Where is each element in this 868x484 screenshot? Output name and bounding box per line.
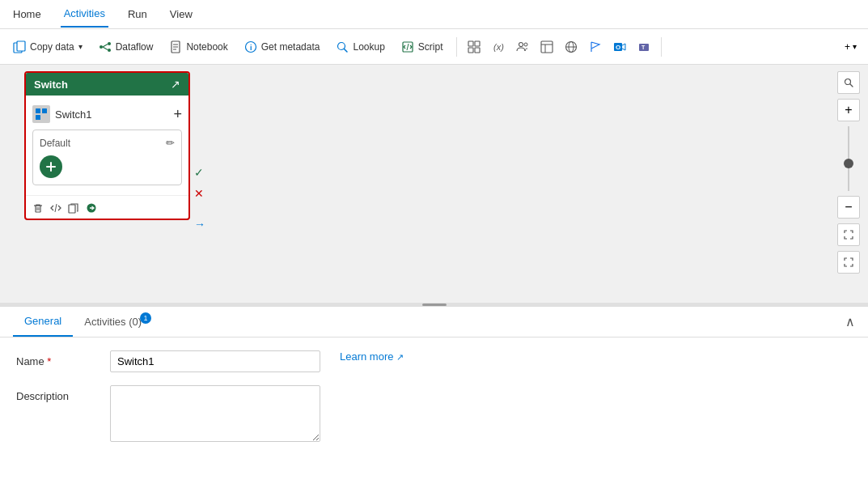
delete-switch-button[interactable]	[32, 201, 44, 214]
svg-point-4	[108, 49, 111, 52]
expand-canvas-button[interactable]	[837, 251, 860, 274]
tab-general[interactable]: General	[13, 307, 73, 337]
nav-activities[interactable]: Activities	[61, 1, 108, 28]
get-metadata-button[interactable]: i Get metadata	[238, 37, 327, 57]
panel-collapse-button[interactable]: ∧	[845, 314, 855, 329]
svg-rect-1	[17, 41, 25, 51]
name-form-row: Name Learn more ↗	[16, 350, 852, 372]
main-area: Switch ↗ Switch1	[0, 65, 868, 484]
flag-button[interactable]	[585, 37, 606, 57]
copy-data-dropdown-icon: ▾	[78, 42, 83, 51]
copy-data-label: Copy data	[30, 41, 74, 53]
description-form-row: Description	[16, 385, 852, 442]
globe-button[interactable]	[561, 37, 582, 57]
bottom-panel-content: Name Learn more ↗ Description	[0, 338, 868, 468]
default-edit-icon[interactable]: ✏	[166, 137, 175, 149]
notebook-button[interactable]: Notebook	[163, 37, 234, 57]
svg-rect-24	[541, 41, 553, 53]
more-tools-dropdown-icon: ▾	[853, 42, 857, 51]
outlook-icon: O	[613, 40, 626, 53]
default-add-activity-button[interactable]	[40, 155, 62, 178]
outlook-button[interactable]: O	[609, 37, 630, 57]
tab-activities[interactable]: Activities (0) 1	[73, 308, 153, 336]
check-action-icon[interactable]: ✓	[194, 166, 205, 179]
top-navigation: Home Activities Run View	[0, 0, 868, 29]
grid-icon	[468, 40, 481, 53]
nav-run[interactable]: Run	[125, 2, 150, 27]
get-metadata-label: Get metadata	[261, 41, 320, 53]
svg-rect-37	[42, 108, 47, 113]
more-tools-button[interactable]: + ▾	[840, 38, 862, 56]
name-input[interactable]	[110, 350, 320, 372]
svg-rect-20	[475, 48, 480, 53]
switch-name-label: Switch1	[55, 108, 168, 121]
nav-view[interactable]: View	[167, 2, 196, 27]
switch-card-header-icons: ↗	[171, 78, 180, 91]
lookup-button[interactable]: Lookup	[329, 37, 391, 57]
table-button[interactable]	[536, 37, 557, 57]
table-icon	[540, 40, 553, 53]
svg-line-14	[345, 49, 348, 52]
switch-card-title: Switch	[34, 79, 68, 91]
teams-button[interactable]: T	[633, 37, 654, 57]
toolbar: Copy data ▾ Dataflow Notebook	[0, 29, 868, 65]
zoom-thumb[interactable]	[844, 159, 853, 168]
switch-card-footer	[26, 195, 188, 219]
dataflow-button[interactable]: Dataflow	[92, 37, 160, 57]
copy-icon	[68, 202, 79, 214]
notebook-icon	[169, 40, 182, 53]
people-button[interactable]	[512, 37, 533, 57]
bottom-tabs: General Activities (0) 1 ∧	[0, 307, 868, 338]
canvas-area[interactable]: Switch ↗ Switch1	[0, 65, 868, 303]
script-button[interactable]: Script	[395, 37, 450, 57]
search-icon	[844, 78, 853, 87]
description-input[interactable]	[110, 385, 320, 442]
grid-view-button[interactable]	[464, 37, 485, 57]
svg-line-6	[103, 47, 108, 50]
tab-general-label: General	[24, 315, 61, 327]
fit-to-screen-button[interactable]	[837, 223, 860, 246]
learn-more-link[interactable]: Learn more ↗	[340, 350, 404, 363]
arrow-action-icon[interactable]: →	[194, 218, 205, 231]
cross-action-icon[interactable]: ✕	[194, 187, 205, 200]
switch-add-case-button[interactable]: +	[173, 106, 182, 123]
switch-card: Switch ↗ Switch1	[24, 71, 190, 220]
svg-rect-17	[468, 41, 473, 46]
trash-icon	[32, 202, 44, 214]
nav-home[interactable]: Home	[10, 2, 44, 27]
zoom-controls: + −	[837, 71, 860, 274]
toolbar-divider-2	[661, 37, 662, 57]
plus-icon	[45, 161, 57, 172]
more-tools-label: +	[845, 41, 850, 53]
svg-text:(x): (x)	[493, 42, 504, 52]
forward-switch-button[interactable]	[86, 201, 97, 214]
arrow-right-circle-icon	[86, 202, 97, 214]
svg-point-3	[108, 42, 111, 45]
canvas-search-toggle[interactable]	[837, 71, 860, 94]
tab-activities-label: Activities (0)	[84, 316, 142, 328]
default-case-box[interactable]: Default ✏	[32, 129, 182, 185]
external-link-icon: ↗	[396, 352, 404, 362]
copy-data-button[interactable]: Copy data ▾	[6, 37, 89, 57]
get-metadata-icon: i	[244, 40, 257, 53]
switch-expand-icon[interactable]: ↗	[171, 78, 180, 91]
default-label-text: Default	[40, 138, 70, 149]
zoom-slider-track	[848, 126, 849, 191]
zoom-in-button[interactable]: +	[837, 99, 860, 121]
formula-button[interactable]: (x)	[488, 37, 509, 57]
teams-icon: T	[637, 40, 650, 53]
code-view-button[interactable]	[50, 201, 61, 214]
switch-card-body: Switch1 + Default ✏	[26, 96, 188, 195]
copy-switch-button[interactable]	[68, 201, 79, 214]
script-icon	[401, 40, 414, 53]
fit-icon	[844, 230, 853, 240]
switch-row: Switch1 +	[32, 102, 182, 126]
description-form-label: Description	[16, 385, 97, 402]
svg-rect-18	[475, 41, 480, 46]
people-icon	[516, 40, 529, 53]
zoom-out-button[interactable]: −	[837, 196, 860, 219]
svg-rect-39	[42, 115, 47, 120]
dataflow-icon	[99, 40, 112, 53]
notebook-label: Notebook	[186, 41, 227, 53]
svg-text:T: T	[641, 45, 646, 50]
